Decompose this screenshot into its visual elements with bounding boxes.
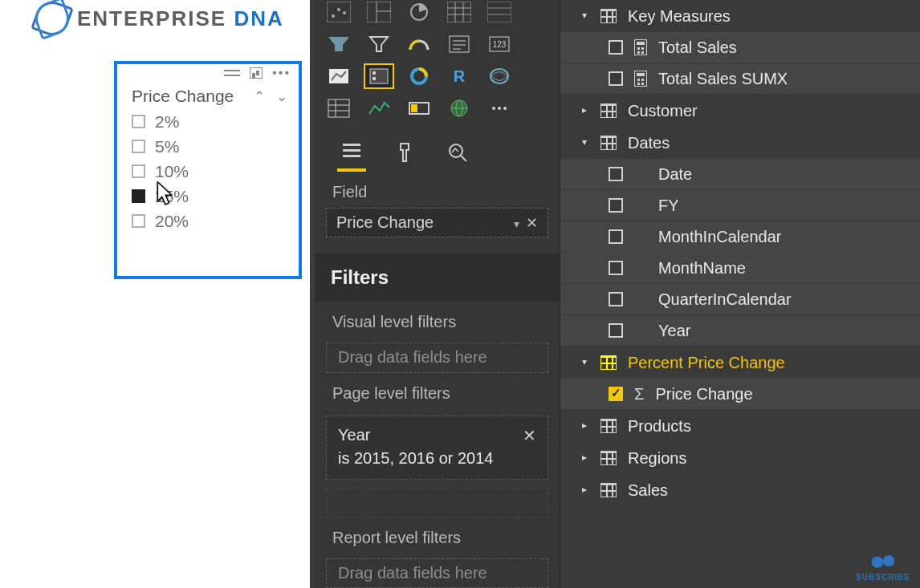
caret-down-icon[interactable]: ▾ xyxy=(580,136,589,148)
caret-right-icon[interactable]: ▸ xyxy=(580,420,589,431)
fields-tab-icon[interactable] xyxy=(337,133,366,172)
kpi-icon[interactable] xyxy=(324,64,353,88)
field-checkbox[interactable] xyxy=(609,229,623,244)
slicer-item[interactable]: 20% xyxy=(132,209,284,233)
funnel-icon[interactable] xyxy=(324,32,353,56)
field-checkbox[interactable] xyxy=(609,40,623,55)
donut-chart-icon[interactable] xyxy=(405,64,434,88)
format-tab-icon[interactable] xyxy=(390,133,419,172)
table-node-dates[interactable]: ▾ Dates xyxy=(560,127,920,159)
caret-right-icon[interactable]: ▸ xyxy=(580,452,589,463)
filter-field-name: Year xyxy=(338,426,536,444)
card-multirow-icon[interactable] xyxy=(445,32,474,56)
gauge-icon[interactable] xyxy=(405,32,434,56)
filled-card-icon[interactable] xyxy=(405,96,434,120)
table-icon xyxy=(600,451,617,465)
field-checkbox[interactable] xyxy=(609,167,623,181)
field-item[interactable]: Year xyxy=(560,315,920,347)
slicer-type-icon[interactable] xyxy=(364,32,393,56)
matrix-icon[interactable] xyxy=(445,0,474,24)
clear-selections-icon[interactable]: ⌃ xyxy=(254,88,265,105)
svg-marker-16 xyxy=(328,37,349,51)
field-well[interactable]: Price Change ▾✕ xyxy=(326,208,548,237)
subscribe-watermark: SUBSCRIBE xyxy=(856,552,910,582)
checkbox-icon[interactable] xyxy=(132,189,145,203)
field-checkbox[interactable] xyxy=(609,198,623,213)
field-checkbox[interactable] xyxy=(609,261,623,275)
table-icon[interactable] xyxy=(485,0,514,24)
slicer-item[interactable]: 5% xyxy=(132,134,284,159)
focus-mode-icon[interactable] xyxy=(250,67,263,79)
caret-down-icon[interactable]: ▾ xyxy=(580,10,589,21)
fields-pane: ▾ Key Measures Total Sales Total Sales S… xyxy=(560,0,920,588)
caret-right-icon[interactable]: ▸ xyxy=(580,484,589,495)
checkbox-icon[interactable] xyxy=(132,164,145,178)
field-checkbox[interactable] xyxy=(609,292,623,306)
field-checkbox[interactable] xyxy=(609,71,623,86)
report-filters-dropzone[interactable]: Drag data fields here xyxy=(326,558,548,588)
field-well-value: Price Change xyxy=(336,213,434,232)
slicer-item[interactable]: 15% xyxy=(132,184,284,209)
report-level-filters-label: Report level filters xyxy=(315,517,560,554)
analytics-tab-icon[interactable] xyxy=(443,133,472,172)
arcgis-map-icon[interactable] xyxy=(485,64,514,88)
svg-rect-44 xyxy=(343,144,360,146)
checkbox-icon[interactable] xyxy=(132,214,145,228)
checkbox-icon[interactable] xyxy=(132,115,145,128)
visual-filters-dropzone[interactable]: Drag data fields here xyxy=(326,343,548,372)
scatter-chart-icon[interactable] xyxy=(324,0,353,24)
remove-field-icon[interactable]: ✕ xyxy=(526,215,538,231)
svg-point-3 xyxy=(343,11,346,14)
table-node-sales[interactable]: ▸ Sales xyxy=(560,474,920,506)
svg-rect-13 xyxy=(487,2,511,22)
table-node-percent-price-change[interactable]: ▾ Percent Price Change xyxy=(560,347,920,379)
slicer-title: Price Change xyxy=(132,87,234,106)
pie-chart-icon[interactable] xyxy=(405,0,434,24)
brand-logo: ENTERPRISE DNA xyxy=(35,2,284,35)
import-custom-visual-icon[interactable] xyxy=(485,96,514,120)
chevron-down-icon[interactable]: ⌄ xyxy=(276,88,287,105)
line-sparkline-icon[interactable] xyxy=(364,96,393,120)
page-filters-dropzone[interactable] xyxy=(326,488,548,517)
matrix2-icon[interactable] xyxy=(324,96,353,120)
table-node-regions[interactable]: ▸ Regions xyxy=(560,442,920,474)
r-visual-icon[interactable]: R xyxy=(445,64,474,88)
field-item[interactable]: Total Sales xyxy=(560,32,920,63)
field-checkbox[interactable] xyxy=(609,387,623,401)
field-item[interactable]: Date xyxy=(560,159,920,190)
checkbox-icon[interactable] xyxy=(132,140,145,153)
slicer-visual[interactable]: Price Change ⌃ ⌄ 2% 5% 10% 15% 20% xyxy=(114,61,302,279)
table-node-key-measures[interactable]: ▾ Key Measures xyxy=(560,0,920,32)
table-node-customer[interactable]: ▸ Customer xyxy=(560,95,920,127)
field-item[interactable]: MonthName xyxy=(560,253,920,284)
field-item[interactable]: FY xyxy=(560,190,920,221)
table-node-products[interactable]: ▸ Products xyxy=(560,410,920,442)
caret-right-icon[interactable]: ▸ xyxy=(580,104,589,116)
more-options-icon[interactable] xyxy=(272,66,291,80)
svg-rect-4 xyxy=(367,2,391,22)
treemap-icon[interactable] xyxy=(364,0,393,24)
report-canvas: ENTERPRISE DNA Price Change ⌃ ⌄ 2% 5% 10… xyxy=(0,0,315,588)
field-checkbox[interactable] xyxy=(609,323,623,338)
filter-summary: is 2015, 2016 or 2014 xyxy=(338,449,536,468)
slicer-checklist-icon[interactable] xyxy=(364,64,393,88)
card-icon[interactable]: 123 xyxy=(485,32,514,56)
remove-filter-icon[interactable]: ✕ xyxy=(523,426,536,445)
filters-header: Filters xyxy=(315,253,560,302)
caret-down-icon[interactable]: ▾ xyxy=(580,356,589,367)
chevron-down-icon[interactable]: ▾ xyxy=(514,217,519,230)
svg-point-2 xyxy=(337,8,340,11)
svg-point-43 xyxy=(503,107,507,110)
mouse-cursor-icon xyxy=(154,180,175,208)
svg-line-48 xyxy=(461,156,466,161)
svg-text:123: 123 xyxy=(493,40,507,49)
field-item[interactable]: Total Sales SUMX xyxy=(560,63,920,95)
field-item[interactable]: MonthInCalendar xyxy=(560,221,920,253)
svg-rect-18 xyxy=(450,36,469,52)
field-item[interactable]: QuarterInCalendar xyxy=(560,284,920,315)
page-filter-card[interactable]: ✕ Year is 2015, 2016 or 2014 xyxy=(326,416,548,480)
drag-handle-icon[interactable] xyxy=(224,70,240,76)
slicer-item[interactable]: 2% xyxy=(132,109,284,134)
field-item[interactable]: Σ Price Change xyxy=(560,379,920,410)
globe-map-icon[interactable] xyxy=(445,96,474,120)
